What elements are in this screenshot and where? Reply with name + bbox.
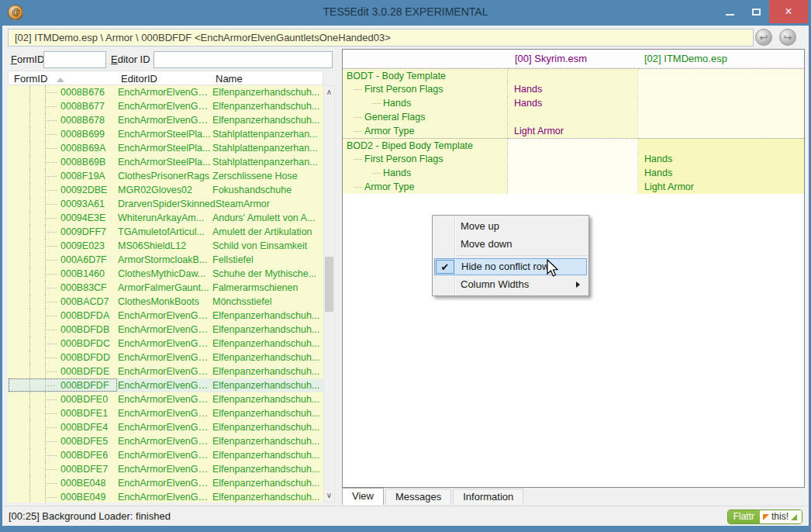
- menu-item-column-widths[interactable]: Column Widths: [434, 276, 587, 293]
- table-row[interactable]: 0008B699EnchArmorSteelPla...Stahlplatten…: [8, 127, 323, 141]
- cell-formid: 000BDFE1: [59, 406, 116, 420]
- table-row[interactable]: 000BDFDEEnchArmorElvenGa...Elfenpanzerha…: [8, 364, 323, 378]
- table-row[interactable]: 0008B677EnchArmorElvenGa...Elfenpanzerha…: [8, 99, 323, 113]
- conflict-row[interactable]: BOD2 - Biped Body Template: [343, 138, 804, 152]
- tab-messages[interactable]: Messages: [385, 489, 451, 505]
- table-row[interactable]: 000BDFE7EnchArmorElvenGa...Elfenpanzerha…: [8, 462, 323, 476]
- cell-name: Elfenpanzerhandschuh...: [212, 351, 323, 364]
- cell-formid: 000BDFDC: [59, 337, 116, 351]
- flattr-button[interactable]: Flattr this!: [727, 510, 802, 524]
- close-button[interactable]: ×: [769, 0, 808, 23]
- tree-branch-icon: [45, 190, 57, 191]
- tab-information[interactable]: Information: [453, 489, 523, 505]
- table-row[interactable]: 0009E023MS06ShieldL12Schild von Einsamke…: [8, 239, 323, 253]
- cell-formid: 0008B699: [59, 127, 116, 141]
- table-row[interactable]: 0008F19AClothesPrisonerRagsZerschlissene…: [8, 169, 323, 183]
- menu-item-hide-no-conflict-rows[interactable]: ✔Hide no conflict rows: [434, 258, 587, 275]
- scroll-down-icon[interactable]: ∨: [324, 489, 334, 502]
- table-row[interactable]: 0008B678EnchArmorElvenGa...Elfenpanzerha…: [8, 113, 323, 127]
- cell-name: Elfenpanzerhandschuh...: [212, 406, 323, 420]
- cell-skyrim-value: [508, 110, 638, 124]
- cell-editorid: EnchArmorSteelPla...: [118, 141, 211, 155]
- table-row[interactable]: 000B1460ClothesMythicDaw...Schuhe der My…: [8, 267, 323, 281]
- table-row[interactable]: 000BDFDCEnchArmorElvenGa...Elfenpanzerha…: [8, 337, 323, 351]
- cell-skyrim-value: [508, 166, 638, 180]
- breadcrumb: [02] ITMDemo.esp \ Armor \ 000BDFDF <Enc…: [8, 29, 754, 47]
- table-row[interactable]: 00094E3EWhiterunArkayAm...Andurs' Amulet…: [8, 211, 323, 225]
- tree-branch-icon: [45, 344, 57, 344]
- conflict-row[interactable]: First Person FlagsHands: [343, 82, 804, 96]
- conflict-row[interactable]: HandsHands: [343, 96, 804, 110]
- table-row[interactable]: 0009DFF7TGAmuletofArticul...Amulett der …: [8, 225, 323, 239]
- back-button[interactable]: ↩: [755, 29, 772, 46]
- column-header-skyrim[interactable]: [00] Skyrim.esm: [515, 50, 587, 68]
- conflict-row[interactable]: Armor TypeLight Armor: [343, 124, 804, 138]
- table-row[interactable]: 000BE048EnchArmorElvenGa...Elfenpanzerha…: [8, 476, 323, 490]
- cell-name: Elfenpanzerhandschuh...: [212, 85, 323, 99]
- table-row[interactable]: 000BDFDBEnchArmorElvenGa...Elfenpanzerha…: [8, 323, 323, 337]
- scrollbar-thumb[interactable]: [325, 257, 333, 312]
- table-row[interactable]: 00093A61DrarvenSpiderSkinnedSteamArmor: [8, 197, 323, 211]
- cell-editorid: EnchArmorSteelPla...: [118, 127, 211, 141]
- element-label: First Person Flags: [343, 82, 508, 96]
- conflict-row[interactable]: General Flags: [343, 110, 804, 124]
- table-row[interactable]: 000BDFE1EnchArmorElvenGa...Elfenpanzerha…: [8, 406, 323, 420]
- table-row[interactable]: 000A6D7FArmorStormcloakB...Fellstiefel: [8, 253, 323, 267]
- table-row[interactable]: 000BDFE0EnchArmorElvenGa...Elfenpanzerha…: [8, 392, 323, 406]
- conflict-row[interactable]: Armor TypeLight Armor: [343, 180, 804, 194]
- cell-editorid: EnchArmorElvenGa...: [118, 309, 211, 323]
- table-row[interactable]: 0008B69BEnchArmorSteelPla...Stahlplatten…: [8, 155, 323, 169]
- table-row[interactable]: 00092DBEMGR02Gloves02Fokushandschuhe: [8, 183, 323, 197]
- title-bar: TES5Edit 3.0.28 EXPERIMENTAL ×: [0, 0, 811, 26]
- table-row[interactable]: 000BDFE4EnchArmorElvenGa...Elfenpanzerha…: [8, 420, 323, 434]
- menu-item-move-down[interactable]: Move down: [434, 236, 587, 253]
- conflict-row[interactable]: First Person FlagsHands: [343, 152, 804, 166]
- formid-filter-input[interactable]: [43, 51, 106, 68]
- flattr-label: Flattr: [728, 510, 760, 523]
- table-row[interactable]: 000BDFDDEnchArmorElvenGa...Elfenpanzerha…: [8, 351, 323, 364]
- table-row[interactable]: 000B83CFArmorFalmerGaunt...Falmerarmschi…: [8, 281, 323, 295]
- cell-editorid: EnchArmorElvenGa...: [118, 351, 211, 364]
- tree-branch-icon: [45, 92, 57, 93]
- record-table-scrollbar[interactable]: ∧ ∨: [323, 85, 335, 503]
- table-row[interactable]: 0008B69AEnchArmorSteelPla...Stahlplatten…: [8, 141, 323, 155]
- cell-name: Elfenpanzerhandschuh...: [212, 378, 323, 392]
- record-table: 0008B676EnchArmorElvenGa...Elfenpanzerha…: [8, 85, 323, 503]
- tree-branch-icon: [45, 288, 57, 288]
- cell-formid: 000B1460: [59, 267, 116, 281]
- column-header-editorid[interactable]: EditorID: [121, 72, 157, 85]
- minimize-button[interactable]: [716, 0, 743, 23]
- cell-name: Schuhe der Mythische...: [212, 267, 323, 281]
- tree-branch-icon: [45, 302, 57, 302]
- record-table-header: FormID EditorID Name: [8, 71, 323, 85]
- conflict-row[interactable]: BODT - Body Template: [343, 68, 804, 82]
- table-row[interactable]: 000BDFE6EnchArmorElvenGa...Elfenpanzerha…: [8, 448, 323, 462]
- table-row[interactable]: 000BACD7ClothesMonkBootsMönchsstiefel: [8, 295, 323, 309]
- column-header-formid[interactable]: FormID: [14, 72, 64, 85]
- table-row[interactable]: 0008B676EnchArmorElvenGa...Elfenpanzerha…: [8, 85, 323, 99]
- menu-item-move-up[interactable]: Move up: [434, 218, 587, 235]
- tab-view[interactable]: View: [342, 488, 384, 505]
- menu-item-label: Move up: [461, 220, 499, 232]
- column-header-itmdemo[interactable]: [02] ITMDemo.esp: [644, 50, 727, 68]
- maximize-button[interactable]: [743, 0, 769, 23]
- cell-editorid: EnchArmorElvenGa...: [118, 113, 211, 127]
- scroll-up-icon[interactable]: ∧: [324, 86, 334, 98]
- conflict-row[interactable]: HandsHands: [343, 166, 804, 180]
- column-header-name[interactable]: Name: [216, 72, 243, 85]
- cell-formid: 0008B678: [59, 113, 116, 127]
- table-row[interactable]: 000BDFE5EnchArmorElvenGa...Elfenpanzerha…: [8, 434, 323, 448]
- cell-editorid: EnchArmorElvenGa...: [118, 99, 211, 113]
- element-label: BODT - Body Template: [343, 68, 508, 82]
- tree-branch-icon: [45, 358, 57, 358]
- editorid-filter-label: Editor ID: [111, 54, 150, 65]
- forward-button[interactable]: ↪: [779, 29, 796, 46]
- table-row[interactable]: 000BE049EnchArmorElvenGa...Elfenpanzerha…: [8, 490, 323, 503]
- cell-editorid: ClothesMonkBoots: [118, 295, 211, 309]
- tree-branch-icon: [354, 187, 362, 188]
- checkmark-icon: ✔: [436, 260, 454, 274]
- table-row[interactable]: 000BDFDAEnchArmorElvenGa...Elfenpanzerha…: [8, 309, 323, 323]
- editorid-filter-input[interactable]: [154, 51, 333, 68]
- tree-branch-icon: [45, 176, 57, 177]
- table-row[interactable]: 000BDFDFEnchArmorElvenGa...Elfenpanzerha…: [8, 378, 323, 392]
